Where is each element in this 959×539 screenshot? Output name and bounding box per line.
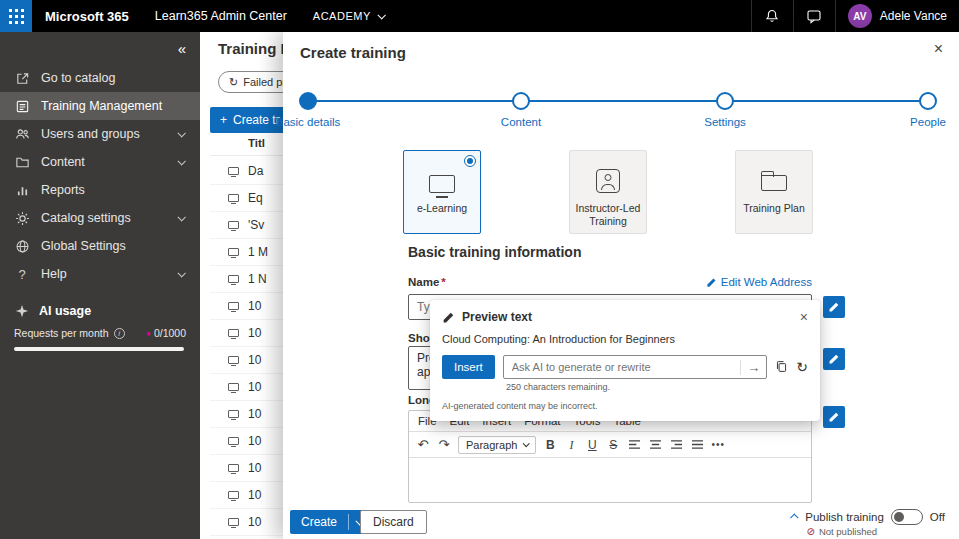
more-options-icon[interactable]: ••• [711,440,725,450]
card-training-plan[interactable]: Training Plan [735,150,813,234]
regenerate-icon[interactable]: ↻ [796,360,808,374]
elearning-icon [228,410,239,418]
elearning-icon [228,518,239,526]
name-label: Name* [408,276,446,288]
elearning-icon [228,248,239,256]
sidebar-item-training-management[interactable]: Training Management [0,92,200,120]
row-title: 10 [248,434,261,448]
row-title: 1 M [248,245,268,259]
publish-toggle[interactable] [891,509,923,525]
chevron-down-icon [377,11,385,19]
row-title: 10 [248,515,261,529]
create-split-button[interactable]: Create [290,510,369,534]
ai-assist-long-button[interactable] [823,406,845,428]
align-right-button[interactable] [669,439,683,450]
publish-status: ⊘ Not published [807,526,878,537]
wizard-stepper: Basic details Content Settings People [283,88,959,134]
copy-icon[interactable] [775,360,788,375]
sidebar-collapse-button[interactable]: « [0,32,200,64]
name-label-text: Name [408,276,439,288]
paragraph-dropdown[interactable]: Paragraph [458,436,536,454]
elearning-icon [228,464,239,472]
row-title: 10 [248,380,261,394]
ai-assist-name-button[interactable] [823,296,845,318]
product-name[interactable]: Microsoft 365 [32,0,142,32]
send-icon[interactable]: → [740,360,760,375]
elearning-icon [228,356,239,364]
row-title: 10 [248,407,261,421]
ai-preview-popup: Preview text × Cloud Computing: An Intro… [430,300,820,421]
account-menu[interactable]: AV Adele Vance [835,0,959,32]
close-icon[interactable]: × [800,310,808,324]
tenant-dropdown[interactable]: ACADEMY [300,0,397,32]
feedback-button[interactable] [793,0,835,32]
sidebar-item-label: Users and groups [41,127,167,141]
ai-prompt-field: → [503,355,768,379]
step-content[interactable] [512,92,530,110]
topbar-spacer [397,0,751,32]
radio-selected-icon[interactable] [464,155,476,167]
step-basic-details[interactable] [299,92,317,110]
feedback-icon [806,8,822,24]
ai-prompt-input[interactable] [512,361,737,373]
card-label: e-Learning [413,202,471,215]
ai-preview-text: Cloud Computing: An Introduction for Beg… [442,333,808,345]
instructor-icon [596,169,620,193]
editor-content-area[interactable] [409,458,811,502]
help-icon: ? [14,267,30,282]
sidebar-item-content[interactable]: Content [0,148,200,176]
close-icon[interactable]: × [934,41,943,57]
column-header-title[interactable]: Titl [248,137,265,149]
paragraph-label: Paragraph [466,439,517,451]
folder-icon [14,155,30,170]
step-settings[interactable] [716,92,734,110]
ai-assist-short-button[interactable] [823,348,845,370]
card-instructor-led[interactable]: Instructor-Led Training [569,150,647,234]
row-title: 'Sv [248,218,264,232]
italic-button[interactable]: I [564,439,578,451]
create-button-label[interactable]: Create [290,510,348,534]
sidebar-item-users-and-groups[interactable]: Users and groups [0,120,200,148]
align-center-button[interactable] [648,439,662,450]
sidebar-item-global-settings[interactable]: Global Settings [0,232,200,260]
elearning-icon [228,167,239,175]
ai-usage-label: Requests per month [14,327,109,339]
row-title: 1 N [248,272,267,286]
strikethrough-button[interactable]: S [606,439,620,451]
app-launcher-button[interactable] [0,0,32,32]
pencil-icon [706,277,717,288]
publish-controls: Publish training Off [792,509,945,525]
ai-disclaimer: AI-generated content may be incorrect. [442,401,808,411]
panel-title: Create training [300,44,406,61]
card-elearning[interactable]: e-Learning [403,150,481,234]
sidebar-item-go-to-catalog[interactable]: Go to catalog [0,64,200,92]
align-left-button[interactable] [627,439,641,450]
undo-icon[interactable]: ↶ [416,438,430,451]
sidebar-item-help[interactable]: ? Help [0,260,200,288]
bar-chart-icon [14,183,30,198]
elearning-icon [228,491,239,499]
bold-button[interactable]: B [543,439,557,451]
sidebar-item-catalog-settings[interactable]: Catalog settings [0,204,200,232]
toggle-state-label: Off [930,511,945,523]
plus-icon: + [220,113,227,127]
align-justify-button[interactable] [690,439,704,450]
discard-button[interactable]: Discard [360,510,427,534]
edit-web-address-link[interactable]: Edit Web Address [706,276,812,288]
step-label: Basic details [238,116,378,128]
chevron-up-icon[interactable] [790,513,798,521]
step-people[interactable] [919,92,937,110]
insert-button[interactable]: Insert [442,355,495,379]
publish-status-label: Not published [819,526,877,537]
collapse-icon: « [178,40,186,57]
notifications-button[interactable] [751,0,793,32]
info-icon[interactable]: i [114,328,125,339]
chevron-down-icon [177,213,185,221]
ai-pencil-icon [828,301,840,313]
users-icon [14,127,30,142]
underline-button[interactable]: U [585,439,599,451]
pencil-icon [442,311,455,324]
popup-title: Preview text [462,310,532,324]
sidebar-item-reports[interactable]: Reports [0,176,200,204]
redo-icon[interactable]: ↷ [437,438,451,451]
